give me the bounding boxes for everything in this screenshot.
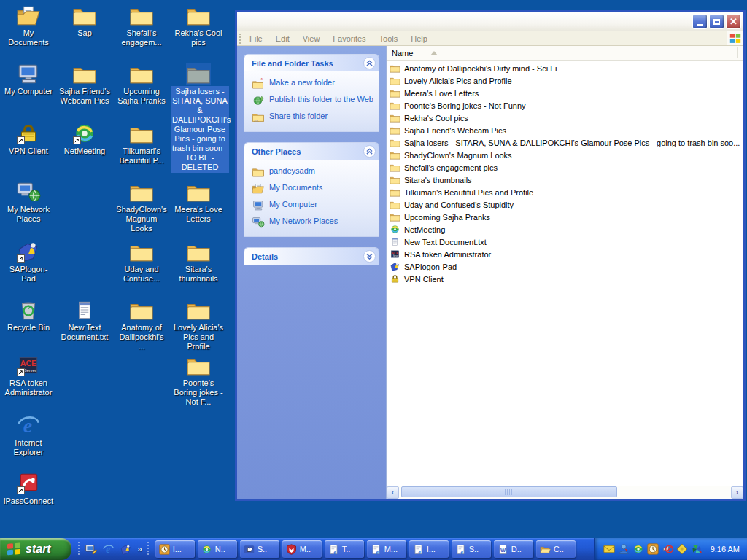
menu-help[interactable]: Help: [404, 33, 434, 44]
desktop-icon[interactable]: New Text Document.txt: [57, 299, 112, 343]
desktop-icon[interactable]: Recycle Bin: [1, 299, 56, 333]
file-row[interactable]: Sajha Friend's Webcam Pics: [387, 124, 743, 136]
desktop-icon[interactable]: Anatomy of Dallipockhi's ...: [114, 299, 169, 352]
file-row[interactable]: Lovely Alicia's Pics and Profile: [387, 74, 743, 87]
start-button[interactable]: start: [0, 538, 71, 560]
desktop-icon[interactable]: NetMeeting: [57, 122, 112, 157]
scrollbar-thumb[interactable]: [401, 486, 617, 497]
desktop-icon[interactable]: VPN Client: [1, 122, 56, 157]
file-row[interactable]: Uday and Confused's Stupidity: [387, 198, 743, 211]
section-header-file-and-folder-tasks[interactable]: File and Folder Tasks: [244, 55, 379, 71]
file-row[interactable]: Rekha's Cool pics: [387, 112, 743, 124]
menu-file[interactable]: File: [243, 33, 269, 44]
section-header-details[interactable]: Details: [244, 248, 379, 265]
desktop-icon[interactable]: My Network Places: [1, 181, 56, 225]
taskbar-window-button[interactable]: eM...: [367, 540, 406, 558]
file-row[interactable]: Sitara's thumbnails: [387, 174, 743, 186]
desktop-icon[interactable]: Sitara's thumbnails: [171, 241, 226, 284]
taskbar-window-button[interactable]: I...: [155, 540, 195, 558]
file-name: RSA token Administrator: [404, 250, 491, 259]
chevron-up-icon[interactable]: [363, 57, 376, 69]
netmeeting-icon[interactable]: [632, 543, 644, 555]
desktop-icon[interactable]: Upcoming Sajha Pranks: [114, 63, 169, 106]
chevron-up-icon[interactable]: [363, 145, 376, 158]
task-link-my-computer[interactable]: My Computer: [252, 200, 374, 211]
task-link-my-network-places[interactable]: My Network Places: [252, 217, 374, 228]
desktop-icon[interactable]: Tilkumari's Beautiful P...: [114, 122, 169, 166]
taskbar-window-button[interactable]: M..: [282, 540, 322, 558]
desktop-icon[interactable]: My Computer: [1, 63, 56, 97]
task-link-make-a-new-folder[interactable]: *Make a new folder: [252, 78, 374, 89]
desktop-icon[interactable]: Sajha Friend's Webcam Pics: [57, 63, 112, 106]
sap-logon-icon[interactable]: [120, 543, 132, 556]
close-button[interactable]: ✕: [726, 14, 741, 29]
maximize-button[interactable]: [709, 14, 724, 29]
file-row[interactable]: NetMeeting: [387, 223, 743, 236]
file-row[interactable]: ACEServerRSA token Administrator: [387, 248, 743, 260]
show-desktop-icon[interactable]: [85, 543, 97, 556]
desktop-icon[interactable]: Sap: [57, 4, 112, 39]
scroll-right-button[interactable]: ›: [731, 486, 743, 499]
desktop-icon[interactable]: Meera's Love Letters: [171, 181, 226, 225]
column-header-name[interactable]: Name: [387, 46, 743, 61]
file-row[interactable]: New Text Document.txt: [387, 236, 743, 248]
desktop-icon[interactable]: ACEServerRSA token Administrator: [1, 354, 56, 398]
file-row[interactable]: Upcoming Sajha Pranks: [387, 211, 743, 223]
window-body: File and Folder Tasks*Make a new folderP…: [237, 46, 743, 499]
taskbar-window-button[interactable]: eS..: [452, 540, 491, 558]
file-row[interactable]: Meera's Love Letters: [387, 87, 743, 99]
taskbar-window-button[interactable]: WD..: [494, 540, 533, 558]
file-row[interactable]: Poonte's Boring jokes - Not Funny: [387, 99, 743, 112]
minimize-button[interactable]: [692, 14, 708, 29]
taskbar-window-button[interactable]: eT..: [325, 540, 364, 558]
taskbar-window-button[interactable]: N..: [198, 540, 237, 558]
task-link-my-documents[interactable]: My Documents: [252, 183, 374, 194]
column-divider[interactable]: [737, 47, 738, 58]
file-row[interactable]: Tilkumari's Beautiful Pics and Profile: [387, 186, 743, 198]
my-computer-icon: [252, 200, 265, 211]
chevron-down-icon[interactable]: [363, 250, 376, 262]
task-link-pandeysadm[interactable]: pandeysadm: [252, 166, 374, 177]
timesheet-icon[interactable]: [647, 543, 659, 555]
desktop-icon[interactable]: ShadyClown's Magnum Looks: [114, 181, 169, 234]
mute-icon[interactable]: [662, 543, 673, 555]
recycle-icon: [16, 299, 41, 321]
menu-favorites[interactable]: Favorites: [326, 33, 372, 44]
desktop-icon[interactable]: Sajha losers - SITARA, SUNA & DALLIPOKCH…: [171, 63, 226, 173]
desktop-icon[interactable]: iPassConnect: [1, 472, 56, 507]
desktop-icon[interactable]: Poonte's Boring jokes - Not F...: [171, 354, 226, 408]
task-link-share-this-folder[interactable]: Share this folder: [252, 112, 374, 122]
window-titlebar[interactable]: ✕: [237, 12, 743, 31]
taskbar-window-button[interactable]: eI...: [409, 540, 449, 558]
token-icon[interactable]: [676, 543, 688, 555]
scrollbar-track[interactable]: [399, 486, 731, 499]
pinwheel-icon[interactable]: [691, 543, 703, 555]
desktop-icon[interactable]: Rekha's Cool pics: [171, 4, 226, 48]
desktop-icon[interactable]: Shefali's engagem...: [114, 4, 169, 48]
file-row[interactable]: VPN Client: [387, 273, 743, 285]
desktop-icon[interactable]: Uday and Confuse...: [114, 241, 169, 284]
mail-icon[interactable]: [603, 543, 615, 555]
menu-edit[interactable]: Edit: [269, 33, 296, 44]
section-header-other-places[interactable]: Other Places: [244, 143, 379, 160]
quick-launch-more-chevron[interactable]: »: [137, 544, 142, 554]
taskbar-window-button[interactable]: S..: [240, 540, 279, 558]
file-row[interactable]: SAPlogon-Pad: [387, 260, 743, 273]
desktop-icon[interactable]: My Documents: [1, 4, 56, 48]
taskbar-window-button[interactable]: C..: [536, 540, 576, 558]
file-row[interactable]: Anatomy of Dallipockhi's Dirty mind - Sc…: [387, 62, 743, 74]
desktop-icon[interactable]: eInternet Explorer: [1, 414, 56, 458]
internet-explorer-icon[interactable]: e: [102, 543, 115, 556]
desktop-icon-label: Anatomy of Dallipockhi's ...: [114, 322, 169, 352]
file-row[interactable]: Sajha losers - SITARA, SUNA & DALLIPOKCH…: [387, 136, 743, 149]
menu-view[interactable]: View: [296, 33, 327, 44]
file-row[interactable]: ShadyClown's Magnum Looks: [387, 149, 743, 161]
file-row[interactable]: Shefali's engagement pics: [387, 161, 743, 174]
buddy-icon[interactable]: [618, 543, 630, 555]
desktop-icon[interactable]: Lovely Alicia's Pics and Profile: [171, 299, 226, 352]
scroll-left-button[interactable]: ‹: [387, 486, 399, 499]
toolbar-grippy[interactable]: [239, 34, 241, 44]
menu-tools[interactable]: Tools: [373, 33, 405, 44]
task-link-publish-this-folder-to-the-web[interactable]: Publish this folder to the Web: [252, 95, 374, 106]
desktop-icon[interactable]: SAPlogon-Pad: [1, 241, 56, 284]
